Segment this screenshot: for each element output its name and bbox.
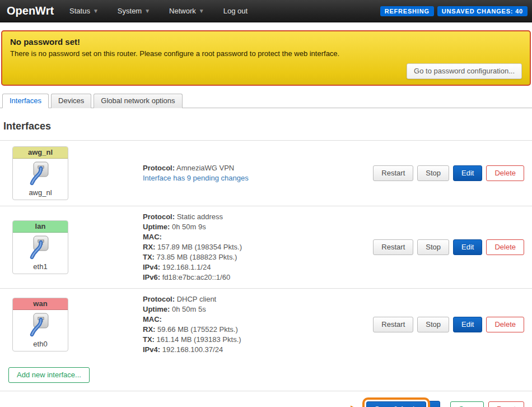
detail-label: Uptime: bbox=[143, 305, 170, 313]
top-navbar: OpenWrt Status▼System▼Network▼Log out RE… bbox=[0, 0, 532, 22]
detail-value: DHCP client bbox=[175, 295, 216, 303]
annotation-arrow-icon bbox=[336, 405, 360, 407]
detail-line: Protocol: DHCP client bbox=[143, 294, 370, 304]
nav-item-status[interactable]: Status▼ bbox=[69, 7, 99, 15]
detail-line: Protocol: Static address bbox=[143, 212, 370, 222]
tab-global-network-options[interactable]: Global network options bbox=[94, 94, 182, 108]
add-new-interface-button[interactable]: Add new interface... bbox=[8, 367, 90, 383]
interfaces-table: awg_nl awg_nl Protocol: AmneziaWG VPNInt… bbox=[0, 140, 532, 360]
detail-label: Protocol: bbox=[143, 295, 175, 303]
page-title: Interfaces bbox=[3, 121, 532, 132]
detail-line: IPv4: 192.168.100.37/24 bbox=[143, 345, 370, 355]
interface-status-box: awg_nl awg_nl bbox=[12, 146, 68, 200]
detail-label: Uptime: bbox=[143, 223, 170, 231]
save-apply-button[interactable]: Save & Apply bbox=[366, 401, 426, 407]
save-apply-dropdown-button[interactable]: ▾ bbox=[428, 401, 440, 407]
openwrt-brand[interactable]: OpenWrt bbox=[7, 4, 54, 17]
delete-button[interactable]: Delete bbox=[486, 317, 524, 332]
interface-details: Protocol: AmneziaWG VPNInterface has 9 p… bbox=[143, 163, 370, 183]
detail-line: Protocol: AmneziaWG VPN bbox=[143, 163, 370, 173]
detail-label: IPv4: bbox=[143, 263, 160, 271]
interface-row: awg_nl awg_nl Protocol: AmneziaWG VPNInt… bbox=[0, 140, 532, 206]
nav-menu: Status▼System▼Network▼Log out bbox=[69, 7, 248, 15]
restart-button[interactable]: Restart bbox=[373, 165, 413, 181]
ethernet-port-icon bbox=[27, 161, 53, 188]
pending-changes-link[interactable]: Interface has 9 pending changes bbox=[143, 173, 249, 183]
detail-line: Uptime: 0h 50m 9s bbox=[143, 222, 370, 232]
restart-button[interactable]: Restart bbox=[373, 239, 413, 255]
detail-value: 0h 50m 9s bbox=[170, 223, 206, 231]
footer-actions: Save & Apply ▾ Save Reset bbox=[0, 391, 532, 407]
nav-item-log-out[interactable]: Log out bbox=[223, 7, 248, 15]
delete-button[interactable]: Delete bbox=[486, 165, 524, 181]
detail-value: fd18:e7bc:ac20::1/60 bbox=[160, 273, 230, 281]
chevron-down-icon: ▼ bbox=[93, 8, 99, 14]
chevron-down-icon: ▼ bbox=[144, 8, 150, 14]
edit-button[interactable]: Edit bbox=[453, 239, 482, 255]
interface-name: lan bbox=[13, 221, 68, 233]
stop-button[interactable]: Stop bbox=[417, 165, 449, 181]
alert-message: There is no password set on this router.… bbox=[10, 49, 522, 58]
stop-button[interactable]: Stop bbox=[417, 317, 449, 332]
nav-status-badges: REFRESHINGUNSAVED CHANGES: 40 bbox=[380, 6, 528, 16]
detail-line: RX: 157.89 MB (198354 Pkts.) bbox=[143, 242, 370, 252]
detail-value: 73.85 MB (188823 Pkts.) bbox=[155, 253, 237, 261]
interface-name: awg_nl bbox=[13, 147, 68, 159]
interface-details: Protocol: Static addressUptime: 0h 50m 9… bbox=[143, 212, 370, 283]
interface-row: wan eth0 Protocol: DHCP clientUptime: 0h… bbox=[0, 288, 532, 360]
detail-line: TX: 161.14 MB (193183 Pkts.) bbox=[143, 335, 370, 345]
status-badge-unsaved-changes[interactable]: UNSAVED CHANGES: 40 bbox=[437, 6, 528, 16]
detail-label: MAC: bbox=[143, 315, 162, 323]
detail-line: MAC: bbox=[143, 314, 370, 325]
save-button[interactable]: Save bbox=[450, 401, 484, 407]
status-badge-refreshing[interactable]: REFRESHING bbox=[380, 6, 434, 16]
network-tabs: InterfacesDevicesGlobal network options bbox=[0, 93, 532, 108]
detail-line: MAC: bbox=[143, 232, 370, 242]
detail-label: IPv4: bbox=[143, 345, 160, 354]
detail-line: IPv6: fd18:e7bc:ac20::1/60 bbox=[143, 272, 370, 283]
chevron-down-icon: ▼ bbox=[199, 8, 204, 14]
detail-label: Protocol: bbox=[143, 212, 175, 221]
detail-line: RX: 59.66 MB (175522 Pkts.) bbox=[143, 325, 370, 335]
interface-row: lan eth1 Protocol: Static addressUptime:… bbox=[0, 206, 532, 288]
interface-status-box: wan eth0 bbox=[12, 298, 68, 351]
tab-interfaces[interactable]: Interfaces bbox=[2, 94, 49, 108]
delete-button[interactable]: Delete bbox=[486, 239, 524, 255]
detail-line: IPv4: 192.168.1.1/24 bbox=[143, 262, 370, 272]
detail-label: Protocol: bbox=[143, 164, 175, 172]
detail-value: AmneziaWG VPN bbox=[175, 164, 234, 172]
interface-device: eth0 bbox=[14, 340, 67, 348]
detail-line: TX: 73.85 MB (188823 Pkts.) bbox=[143, 252, 370, 262]
edit-button[interactable]: Edit bbox=[453, 317, 482, 332]
interface-device: eth1 bbox=[14, 262, 67, 271]
ethernet-port-icon bbox=[27, 312, 53, 339]
detail-value: 157.89 MB (198354 Pkts.) bbox=[155, 243, 242, 251]
interface-status-box: lan eth1 bbox=[12, 220, 68, 274]
detail-value: 192.168.1.1/24 bbox=[160, 263, 211, 271]
detail-value: 0h 50m 5s bbox=[170, 305, 206, 313]
no-password-alert: No password set! There is no password se… bbox=[1, 30, 531, 86]
interface-actions: Restart Stop Edit Delete bbox=[370, 165, 532, 181]
detail-line: Uptime: 0h 50m 5s bbox=[143, 304, 370, 314]
stop-button[interactable]: Stop bbox=[417, 239, 449, 255]
detail-label: RX: bbox=[143, 243, 155, 251]
tab-devices[interactable]: Devices bbox=[51, 94, 91, 108]
alert-title: No password set! bbox=[10, 37, 522, 47]
ethernet-port-icon bbox=[27, 235, 53, 262]
interface-actions: Restart Stop Edit Delete bbox=[370, 317, 532, 332]
nav-item-network[interactable]: Network▼ bbox=[169, 7, 204, 15]
detail-value: 192.168.100.37/24 bbox=[160, 345, 223, 354]
nav-item-system[interactable]: System▼ bbox=[118, 7, 150, 15]
detail-value: 161.14 MB (193183 Pkts.) bbox=[155, 335, 241, 344]
detail-label: RX: bbox=[143, 325, 155, 334]
restart-button[interactable]: Restart bbox=[373, 317, 413, 332]
edit-button[interactable]: Edit bbox=[453, 165, 482, 181]
interface-device: awg_nl bbox=[14, 188, 67, 197]
detail-label: MAC: bbox=[143, 233, 162, 241]
reset-button[interactable]: Reset bbox=[488, 401, 524, 407]
detail-label: IPv6: bbox=[143, 273, 160, 281]
detail-label: TX: bbox=[143, 253, 155, 261]
detail-value: Static address bbox=[175, 212, 223, 221]
chevron-down-icon: ▾ bbox=[433, 405, 436, 407]
go-to-password-configuration-button[interactable]: Go to password configuration... bbox=[407, 63, 522, 79]
